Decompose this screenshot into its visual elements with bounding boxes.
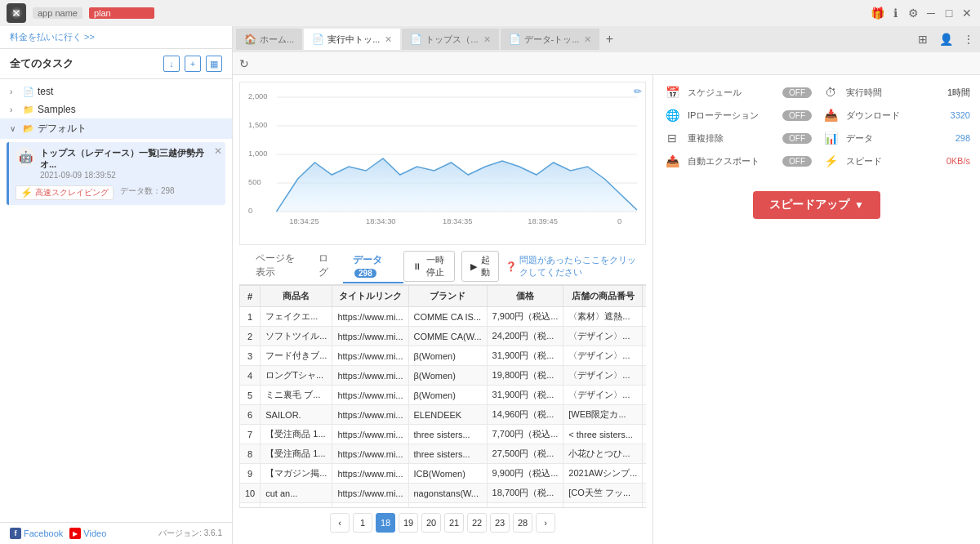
tab-data-tops[interactable]: 📄 データ-トッ... ✕	[501, 29, 600, 50]
sidebar: 料金を払いに行く >> 全てのタスク ↓ + ▦ › 📄 test	[0, 26, 233, 544]
row-cell: https://www.mi...	[332, 464, 408, 484]
task-item[interactable]: 🤖 トップス（レディース）一覧|三越伊勢丹オ... 2021-09-09 18:…	[7, 142, 225, 205]
page-button-23[interactable]: 23	[490, 513, 510, 533]
next-page-button[interactable]: ›	[536, 513, 555, 533]
row-cell: β(Women)	[408, 386, 487, 405]
page-button-1[interactable]: 1	[353, 513, 372, 533]
facebook-label: Facebook	[24, 528, 63, 538]
data-tabs-bar: ページを表示 ログ データ 298 ⏸ 一時停止 ▶	[239, 245, 646, 285]
table-row[interactable]: 7【受注商品 1...https://www.mi...three sister…	[240, 425, 647, 444]
row-cell: cut an...	[261, 484, 332, 503]
table-row[interactable]: 9【マガジン掲...https://www.mi...ICB(Women)9,9…	[240, 464, 647, 484]
user-icon[interactable]: 👤	[938, 31, 954, 47]
svg-text:18:34:30: 18:34:30	[366, 217, 396, 225]
download-icon[interactable]: ↓	[163, 56, 180, 72]
data-table: # 商品名 タイトルリンク ブランド 価格 店舗の商品番号 素材 サイズ 配送	[239, 285, 646, 507]
app-container: app name plan 🎁 ℹ ⚙ ─ □ ✕ 料金を払いに行く >> 全て…	[0, 0, 980, 544]
page-button-18[interactable]: 18	[376, 513, 395, 533]
extensions-icon[interactable]: ⊞	[915, 31, 931, 47]
pause-button[interactable]: ⏸ 一時停止	[403, 251, 455, 282]
task-close-button[interactable]: ✕	[214, 145, 222, 157]
dedup-toggle[interactable]: OFF	[782, 133, 812, 144]
row-cell: 24,200円（税...	[487, 327, 564, 346]
table-row[interactable]: 2ソフトツイル...https://www.mi...COMME CA(W...…	[240, 327, 647, 346]
page-button-20[interactable]: 20	[421, 513, 441, 533]
tab-close-icon[interactable]: ✕	[584, 34, 591, 45]
menu-icon[interactable]: ⋮	[960, 31, 977, 47]
tree-item-label: Samples	[38, 104, 222, 115]
table-header-row: # 商品名 タイトルリンク ブランド 価格 店舗の商品番号 素材 サイズ 配送	[240, 286, 647, 307]
video-link[interactable]: ▶ Video	[69, 528, 106, 539]
page-button-22[interactable]: 22	[467, 513, 487, 533]
tab-close-icon[interactable]: ✕	[483, 34, 491, 45]
page-button-19[interactable]: 19	[399, 513, 418, 533]
payment-link[interactable]: 料金を払いに行く >>	[10, 31, 95, 43]
tab-page-view[interactable]: ページを表示	[246, 248, 309, 284]
maximize-button[interactable]: □	[942, 7, 956, 20]
start-button[interactable]: ▶ 起動	[461, 251, 499, 282]
chevron-right-icon: ›	[10, 87, 20, 96]
video-label: Video	[83, 528, 106, 538]
speed-value: 0KB/s	[947, 156, 970, 166]
row-cell: 7,700円（税込...	[487, 425, 564, 444]
schedule-toggle[interactable]: OFF	[782, 87, 812, 98]
content-area: 🏠 ホーム... 📄 実行中トッ... ✕ 📄 トップス（... ✕ 📄 データ…	[233, 26, 980, 544]
svg-text:18:39:45: 18:39:45	[528, 217, 558, 225]
row-cell: https://www.mi...	[332, 484, 408, 503]
tab-data[interactable]: データ 298	[343, 250, 403, 283]
page-button-21[interactable]: 21	[444, 513, 464, 533]
sidebar-item-test[interactable]: › 📄 test	[0, 82, 232, 100]
tab-label: トップス（...	[425, 33, 478, 46]
tab-label: 実行中トッ...	[327, 33, 380, 46]
row-cell: 〈デザイン〉...	[564, 386, 643, 405]
tab-running[interactable]: 📄 実行中トッ... ✕	[304, 29, 400, 50]
chart-edit-button[interactable]: ✏	[634, 86, 642, 97]
refresh-button[interactable]: ↻	[239, 57, 249, 70]
row-cell: 31,900円（税...	[487, 386, 564, 405]
auto-export-toggle[interactable]: OFF	[782, 156, 812, 167]
close-button[interactable]: ✕	[960, 7, 973, 20]
pause-label: 一時停止	[425, 254, 446, 279]
settings-icon[interactable]: ⚙	[906, 7, 920, 20]
auto-export-label: 自動エクスポート	[688, 155, 776, 167]
export-icon: 📤	[663, 152, 681, 170]
ip-rotation-toggle[interactable]: OFF	[782, 110, 812, 121]
table-row[interactable]: 8【受注商品 1...https://www.mi...three sister…	[240, 444, 647, 464]
table-row[interactable]: 4ロングTシャ...https://www.mi...β(Women)19,80…	[240, 366, 647, 386]
sidebar-item-samples[interactable]: › 📁 Samples	[0, 100, 232, 118]
download-value[interactable]: 3320	[951, 110, 970, 120]
speedup-button[interactable]: スピードアップ ▼	[753, 191, 880, 219]
table-row[interactable]: 10cut an...https://www.mi...nagonstans(W…	[240, 484, 647, 503]
exec-time-value: 1時間	[947, 87, 970, 99]
speedup-dropdown-icon: ▼	[854, 199, 864, 211]
help-link[interactable]: ❓ 問題があったらここをクリックしてください	[506, 254, 639, 279]
row-cell: β(Women)	[408, 346, 487, 366]
info-icon[interactable]: ℹ	[889, 7, 902, 20]
prev-page-button[interactable]: ‹	[330, 513, 350, 533]
schedule-label: スケジュール	[688, 87, 776, 99]
nav-icons: ⊞ 👤 ⋮	[915, 31, 977, 47]
tab-tops[interactable]: 📄 トップス（... ✕	[402, 29, 498, 50]
tab-close-icon[interactable]: ✕	[385, 34, 392, 45]
table-row[interactable]: 5ミニ裏毛 ブ...https://www.mi...β(Women)31,90…	[240, 386, 647, 405]
facebook-link[interactable]: f Facebook	[10, 528, 63, 539]
gift-icon[interactable]: 🎁	[871, 7, 884, 20]
table-row[interactable]: 1フェイクエ...https://www.mi...COMME CA IS...…	[240, 307, 647, 327]
sidebar-item-default[interactable]: ∨ 📂 デフォルト	[0, 118, 232, 139]
table-row[interactable]: 3フード付きブ...https://www.mi...β(Women)31,90…	[240, 346, 647, 366]
folder-icon[interactable]: ▦	[206, 56, 222, 72]
data-value[interactable]: 298	[956, 133, 970, 143]
add-icon[interactable]: +	[185, 56, 201, 72]
data-table-container[interactable]: # 商品名 タイトルリンク ブランド 価格 店舗の商品番号 素材 サイズ 配送	[239, 285, 646, 507]
title-bar-left: app name plan	[7, 3, 154, 23]
tree-item-label: デフォルト	[38, 122, 222, 136]
add-tab-button[interactable]: +	[601, 31, 617, 47]
stats-row-1: 📅 スケジュール OFF ⏱ 実行時間 1時間	[663, 83, 970, 101]
page-button-28[interactable]: 28	[513, 513, 532, 533]
minimize-button[interactable]: ─	[924, 7, 938, 20]
tab-home[interactable]: 🏠 ホーム...	[236, 29, 302, 50]
stats-panel: 📅 スケジュール OFF ⏱ 実行時間 1時間 🌐	[653, 75, 980, 544]
tab-log[interactable]: ログ	[309, 248, 343, 284]
table-row[interactable]: 6SAILOR.https://www.mi...ELENDEEK14,960円…	[240, 405, 647, 425]
sidebar-actions: ↓ + ▦	[163, 56, 222, 72]
